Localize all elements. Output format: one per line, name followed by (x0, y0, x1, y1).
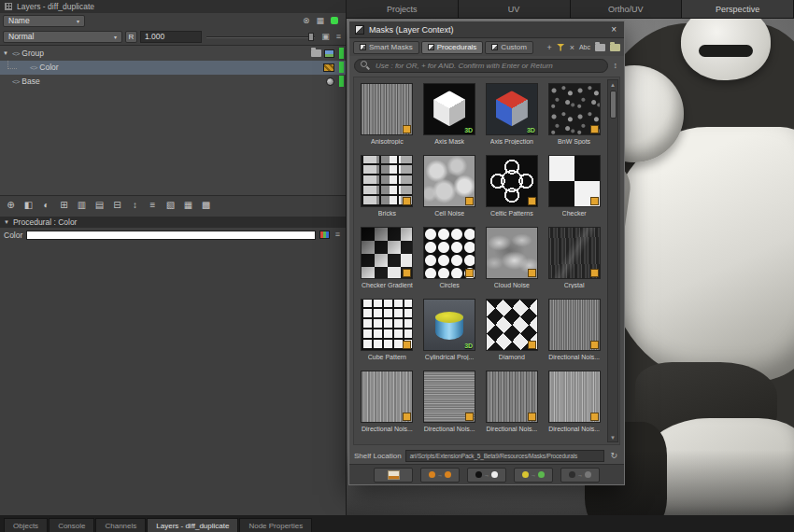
mask-label: Cube Pattern (368, 354, 406, 360)
mask-item-directional-3[interactable]: Directional Nois... (418, 367, 481, 439)
folder-icon (311, 49, 321, 57)
app-window: Layers - diff_duplicate Name ▾ ⊗ ▦ Norma… (0, 0, 794, 532)
color-swatch[interactable] (26, 231, 315, 240)
procedural-section-header[interactable]: ▼ Procedural : Color (0, 217, 346, 228)
small-thumbs-icon[interactable]: ▦ (180, 198, 196, 213)
tree-connector (7, 61, 17, 69)
add-layer-icon[interactable]: ⊕ (3, 198, 19, 213)
large-thumbs-icon[interactable]: ▩ (198, 198, 214, 213)
shelf-dock: →→→→ (349, 464, 624, 484)
shelf-preset-1[interactable] (374, 468, 413, 483)
shelf-preset-4[interactable]: → (514, 468, 553, 483)
add-adjustment-icon[interactable]: ◐ (38, 198, 54, 213)
move-layer-icon[interactable]: ↕ (127, 198, 143, 213)
preset-dot (491, 471, 498, 478)
mask-item-bricks[interactable]: Bricks (356, 151, 418, 223)
viewport-tab-projects[interactable]: Projects (347, 0, 459, 18)
mask-item-anisotropic[interactable]: Anisotropic (356, 79, 418, 151)
amount-field[interactable]: 1.000 (140, 31, 202, 43)
close-icon[interactable]: × (609, 24, 618, 35)
caret-down-icon[interactable]: ▼ (2, 50, 9, 56)
mask-item-crystal[interactable]: Crystal (543, 223, 605, 295)
mask-item-bnw-spots[interactable]: BnW Spots (543, 79, 605, 151)
layer-row-color[interactable]: <>Color (0, 61, 346, 75)
clear-search-icon[interactable]: × (570, 43, 574, 52)
layer-row-base[interactable]: <>Base (0, 75, 346, 89)
panel-tab-layers-diff-duplicate[interactable]: Layers - diff_duplicate (147, 518, 238, 532)
viewport-tab-perspective[interactable]: Perspective (682, 0, 794, 18)
mask-thumbnail (361, 227, 413, 279)
folder-open-icon[interactable] (610, 44, 620, 51)
scroll-down-icon[interactable]: ▼ (610, 433, 616, 441)
mask-item-cube-pattern[interactable]: Cube Pattern (356, 295, 418, 367)
scrollbar-thumb[interactable] (610, 91, 617, 119)
blend-mode-dropdown[interactable]: Normal ▾ (3, 31, 122, 43)
shader-icon[interactable]: ▧ (163, 198, 178, 213)
mask-item-checker-gradient[interactable]: Checker Gradient (356, 223, 418, 295)
panel-tab-channels[interactable]: Channels (95, 518, 146, 532)
reset-amount-button[interactable]: R (125, 31, 137, 43)
flatten-icon[interactable]: ≡ (145, 198, 161, 213)
slider-thumb[interactable] (308, 33, 314, 41)
layer-tree[interactable]: ▼<>Group<>Color<>Base (0, 45, 346, 196)
clear-filter-icon[interactable]: ⊗ (301, 17, 312, 25)
mask-item-cylindrical[interactable]: 3DCylindrical Proj... (418, 295, 481, 367)
mask-item-directional-5[interactable]: Directional Nois... (543, 367, 605, 439)
name-filter-dropdown[interactable]: Name ▾ (3, 15, 85, 27)
mask-item-directional-1[interactable]: Directional Nois... (543, 295, 605, 367)
viewport-tab-uv[interactable]: UV (459, 0, 571, 18)
panel-tab-console[interactable]: Console (49, 518, 94, 532)
swatch-options-icon[interactable]: ▣ (319, 33, 332, 41)
mask-item-cloud-noise[interactable]: Cloud Noise (481, 223, 544, 295)
dialog-tab-procedurals[interactable]: Procedurals (421, 41, 484, 54)
folder-icon[interactable] (595, 44, 605, 51)
mask-item-directional-2[interactable]: Directional Nois... (356, 367, 418, 439)
mask-item-circles[interactable]: Circles (418, 223, 481, 295)
dialog-tab-custom[interactable]: Custom (485, 41, 533, 54)
search-field[interactable] (354, 59, 608, 73)
add-procedural-icon[interactable]: ▤ (92, 198, 107, 213)
shelf-path-field[interactable]: ari/Scripts/ExtensionPack_5_Beta9/Resour… (405, 450, 605, 462)
collapse-icon[interactable]: ▼ (4, 219, 9, 225)
shelf-preset-5[interactable]: → (560, 468, 600, 483)
scrollbar[interactable]: ▲ ▼ (607, 79, 618, 442)
color-picker-icon[interactable] (319, 231, 330, 239)
panel-tab-node-properties[interactable]: Node Properties (239, 518, 312, 532)
search-input[interactable] (374, 61, 602, 71)
shelf-preset-3[interactable]: → (467, 468, 506, 483)
mask-item-axis-mask[interactable]: 3DAxis Mask (418, 79, 481, 151)
layer-row-group[interactable]: ▼<>Group (0, 47, 346, 61)
layers-panel-title: Layers - diff_duplicate (17, 2, 94, 11)
filter-funnel-icon[interactable] (557, 44, 565, 51)
text-search-icon[interactable]: Abc (579, 44, 590, 50)
color-options-icon[interactable]: ≡ (333, 231, 342, 239)
mask-item-diamond[interactable]: Diamond (481, 295, 544, 367)
sort-icon[interactable]: ↕ (612, 62, 620, 70)
layer-type-icon: <> (12, 49, 19, 58)
add-group-icon[interactable]: ⊞ (56, 198, 72, 213)
layers-panel-titlebar[interactable]: Layers - diff_duplicate (0, 0, 346, 13)
dialog-tab-smart-masks[interactable]: Smart Masks (353, 41, 419, 54)
mask-thumbnail (548, 371, 601, 423)
shelf-preset-2[interactable]: → (420, 468, 460, 483)
add-channel-icon[interactable]: ▥ (74, 198, 90, 213)
add-shelf-item-icon[interactable]: + (546, 43, 551, 52)
mask-item-axis-projection[interactable]: 3DAxis Projection (481, 79, 544, 151)
remove-layer-icon[interactable]: ⊟ (109, 198, 125, 213)
mask-item-directional-4[interactable]: Directional Nois... (481, 367, 544, 439)
panel-tab-objects[interactable]: Objects (4, 518, 48, 532)
image-icon (324, 49, 334, 58)
refresh-icon[interactable]: ↻ (608, 452, 619, 460)
thumbnail-options-icon[interactable]: ▦ (314, 17, 326, 25)
amount-slider[interactable] (205, 31, 317, 43)
dialog-titlebar[interactable]: Masks (Layer Context) × (349, 21, 624, 38)
tab-label: Custom (501, 43, 527, 51)
scroll-up-icon[interactable]: ▲ (610, 80, 616, 89)
panel-menu-icon[interactable]: ≡ (334, 33, 343, 41)
add-mask-icon[interactable]: ◧ (21, 198, 36, 213)
mask-item-cell-noise[interactable]: Cell Noise (418, 151, 481, 223)
mask-item-celtic[interactable]: Celtic Patterns (481, 151, 544, 223)
mask-item-checker[interactable]: Checker (543, 151, 605, 223)
viewport-tab-ortho-uv[interactable]: Ortho/UV (571, 0, 683, 18)
mask-thumbnail: 3D (423, 299, 475, 351)
